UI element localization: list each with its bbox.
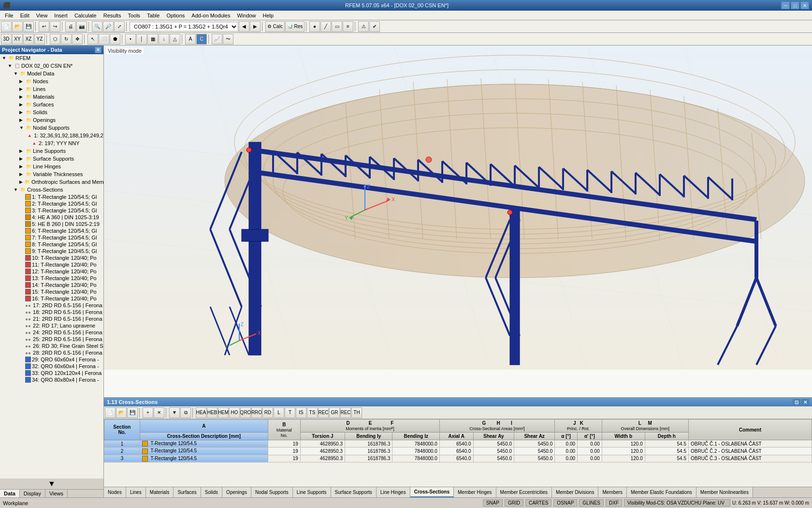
pan-btn[interactable]: ✥	[72, 34, 83, 45]
tree-cs-13[interactable]: 13: T-Rectangle 120/40; Po	[0, 275, 103, 282]
btab-line-hinges[interactable]: Line Hinges	[377, 487, 410, 497]
member-btn[interactable]: ≡	[343, 21, 353, 32]
bt-copy[interactable]: ⧉	[180, 407, 191, 418]
perspective-btn[interactable]: ⬡	[50, 34, 60, 45]
btab-surfaces[interactable]: Surfaces	[174, 487, 201, 497]
tree-support-2[interactable]: ▲ 2: 197; YYY NNY	[0, 139, 103, 147]
show-loads-btn[interactable]: ↓	[159, 34, 169, 45]
panel-close-btn[interactable]: ✕	[95, 46, 102, 53]
show-supports-btn[interactable]: △	[170, 34, 180, 45]
bt-rd[interactable]: RD	[262, 407, 273, 418]
btab-surface-supports[interactable]: Surface Supports	[331, 487, 377, 497]
bt-ts[interactable]: TS	[307, 407, 318, 418]
result-diag-btn[interactable]: 📈	[212, 34, 222, 45]
tree-nodes[interactable]: ▶ 📁 Nodes	[0, 77, 103, 85]
bt-t[interactable]: T	[285, 407, 295, 418]
tree-line-hinges[interactable]: ▶ 📁 Line Hinges	[0, 163, 103, 170]
btab-solids[interactable]: Solids	[201, 487, 222, 497]
print-btn[interactable]: 🖨	[65, 21, 76, 32]
bt-heb[interactable]: HEB	[207, 407, 218, 418]
tree-cs-15[interactable]: 15: T-Rectangle 120/40; Po	[0, 288, 103, 295]
tree-cs-16[interactable]: 16: T-Rectangle 120/40; Po	[0, 295, 103, 302]
load-case-combo[interactable]: CO807 : 1.35G1 + P = 1.35G2 + 1.5Qr4	[130, 22, 238, 31]
tree-crosssections[interactable]: ▼ 📁 Cross-Sections	[0, 186, 103, 194]
bt-filter[interactable]: ▼	[169, 407, 180, 418]
status-dxf[interactable]: DXF	[606, 499, 622, 507]
node-btn[interactable]: ●	[309, 21, 320, 32]
menu-window[interactable]: Window	[234, 12, 259, 19]
tree-cs-2[interactable]: 2: T-Rectangle 120/54.5; Gl	[0, 200, 103, 207]
open-btn[interactable]: 📂	[12, 21, 23, 32]
save-btn[interactable]: 💾	[23, 21, 34, 32]
menu-edit[interactable]: Edit	[17, 12, 32, 19]
btab-nodes[interactable]: Nodes	[104, 487, 126, 497]
tree-cs-11[interactable]: 11: T-Rectangle 120/40; Po	[0, 261, 103, 268]
tree-cs-24[interactable]: ●● 24: 2RD RD 6.5-156 | Ferona	[0, 329, 103, 336]
redo-btn[interactable]: ↪	[50, 21, 60, 32]
tree-cs-1[interactable]: 1: T-Rectangle 120/54.5; Gl	[0, 194, 103, 200]
tree-cs-26[interactable]: ●● 26: RD 30; Fine Grain Steel S	[0, 343, 103, 349]
tree-cs-5[interactable]: 5: HE B 260 | DIN 1025-2:19	[0, 221, 103, 227]
bt-chart[interactable]: HEA	[196, 407, 206, 418]
view-yz-btn[interactable]: YZ	[34, 34, 45, 45]
btab-line-supports[interactable]: Line Supports	[293, 487, 331, 497]
new-btn[interactable]: 📄	[1, 21, 12, 32]
tree-materials[interactable]: ▶ 📁 Materials	[0, 93, 103, 101]
zoom-all-btn[interactable]: ⤢	[114, 21, 125, 32]
tree-cs-10[interactable]: 10: T-Rectangle 120/40; Po	[0, 254, 103, 261]
table-row[interactable]: 1 T-Rectangle 120/54.5 19 4628950.3 1618…	[104, 440, 812, 448]
prev-btn[interactable]: ◀	[239, 21, 249, 32]
tree-cs-4[interactable]: 4: HE A 360 | DIN 1025-3:19	[0, 214, 103, 221]
zoom-in-btn[interactable]: 🔍	[92, 21, 102, 32]
tree-cs-3[interactable]: 3: T-Rectangle 120/54.5; Gl	[0, 207, 103, 214]
show-surfaces-btn[interactable]: ▦	[147, 34, 158, 45]
btab-nonlinear[interactable]: Member Nonlinearities	[696, 487, 753, 497]
tree-orthotropic[interactable]: ▶ 📁 Orthotropic Surfaces and Mem	[0, 178, 103, 186]
bt-rec[interactable]: REC	[318, 407, 329, 418]
tree-cs-14[interactable]: 14: T-Rectangle 120/40; Po	[0, 282, 103, 288]
bt-save[interactable]: 💾	[127, 407, 138, 418]
bt-qro[interactable]: QRO	[240, 407, 251, 418]
table-row[interactable]: 2 T-Rectangle 120/54.5 19 4628950.3 1618…	[104, 448, 812, 455]
maximize-button[interactable]: □	[791, 1, 799, 9]
status-snap[interactable]: SNAP	[483, 499, 503, 507]
menu-results[interactable]: Results	[101, 12, 124, 19]
menu-table[interactable]: Table	[144, 12, 162, 19]
bt-th[interactable]: TH	[351, 407, 362, 418]
tree-cs-17[interactable]: ●● 17: 2RD RD 6.5-156 | Ferona	[0, 302, 103, 309]
tab-data[interactable]: Data	[0, 490, 20, 497]
bt-is[interactable]: IS	[296, 407, 306, 418]
table-row[interactable]: 3 T-Rectangle 120/54.5 19 4628950.3 1618…	[104, 455, 812, 462]
btab-divisions[interactable]: Member Divisions	[552, 487, 598, 497]
tab-views[interactable]: Views	[45, 490, 68, 497]
menu-help[interactable]: Help	[260, 12, 277, 19]
res-btn[interactable]: 📊 Res	[285, 21, 304, 32]
tree-rfem[interactable]: ▼ 📁 RFEM	[0, 54, 103, 62]
menu-view[interactable]: View	[33, 12, 51, 19]
tree-cs-25[interactable]: ●● 25: 2RD RD 6.5-156 | Ferona	[0, 336, 103, 343]
btab-materials[interactable]: Materials	[146, 487, 174, 497]
select-btn[interactable]: ↖	[87, 34, 98, 45]
close-button[interactable]: ✕	[800, 1, 809, 9]
btab-member-hinges[interactable]: Member Hinges	[454, 487, 496, 497]
bt-gr[interactable]: GR	[329, 407, 340, 418]
scroll-down-btn[interactable]: ▼	[0, 478, 103, 489]
tree-cs-22[interactable]: ●● 22: RD 17; Lano upravene	[0, 322, 103, 329]
status-visibility[interactable]: Visibility Mod-CS: OSA VZDUCHU Plane: UV	[624, 499, 730, 507]
panel-float-btn[interactable]: ⊡	[793, 399, 800, 405]
bt-ho[interactable]: HO	[229, 407, 240, 418]
color-btn[interactable]: C	[196, 34, 207, 45]
tree-cs-29[interactable]: 29: QRO 60x60x4 | Ferona -	[0, 356, 103, 363]
tree-cs-33[interactable]: 33: QRO 120x120x4 | Ferona	[0, 370, 103, 376]
view-xz-btn[interactable]: XZ	[23, 34, 34, 45]
zoom-out-btn[interactable]: 🔎	[103, 21, 114, 32]
tree-cs-28[interactable]: ●● 28: 2RD RD 6.5-156 | Ferona	[0, 349, 103, 356]
tree-cs-32[interactable]: 32: QRO 60x60x4 | Ferona -	[0, 363, 103, 370]
tree-cs-7[interactable]: 7: T-Rectangle 120/54.5; Gl	[0, 234, 103, 241]
btab-openings[interactable]: Openings	[222, 487, 251, 497]
check-btn[interactable]: ✔	[369, 21, 380, 32]
next-btn[interactable]: ▶	[250, 21, 261, 32]
tree-cs-18[interactable]: ●● 18: 2RD RD 6.5-156 | Ferona	[0, 309, 103, 315]
tree-cs-6[interactable]: 6: T-Rectangle 120/54.5; Gl	[0, 227, 103, 234]
tree-nodal-supports[interactable]: ▼ 📁 Nodal Supports	[0, 124, 103, 132]
